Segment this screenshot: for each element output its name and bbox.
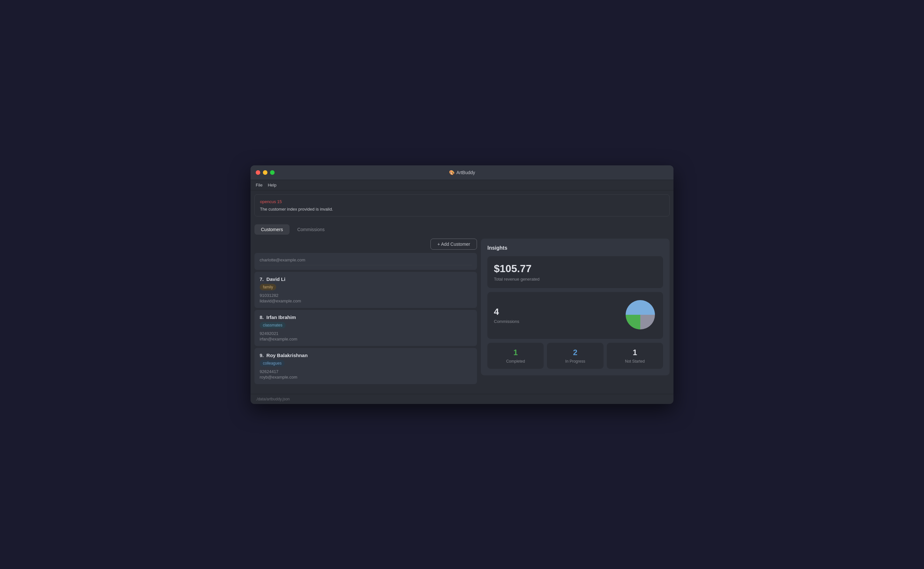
customer-phone-7: 91031282	[259, 293, 472, 298]
tabs: Customers Commissions	[255, 224, 669, 235]
customer-item-8[interactable]: 8. Irfan Ibrahim classmates 92492021 irf…	[255, 310, 477, 346]
commissions-left: 4 Commissions	[494, 307, 519, 324]
customer-item-7[interactable]: 7. David Li family 91031282 lidavid@exam…	[255, 272, 477, 308]
customer-phone-9: 92624417	[259, 369, 472, 374]
customer-email-7: lidavid@example.com	[259, 298, 472, 303]
traffic-lights	[256, 170, 275, 175]
revenue-label: Total revenue generated	[494, 277, 657, 281]
app-icon: 🎨	[449, 170, 455, 175]
customer-email-8: irfan@example.com	[259, 336, 472, 341]
stats-row: 1 Completed 2 In Progress 1 Not Started	[487, 343, 663, 369]
customer-tag-7: family	[259, 284, 276, 291]
stat-in-progress-label: In Progress	[552, 359, 598, 364]
insights-title: Insights	[487, 245, 663, 251]
tab-commissions[interactable]: Commissions	[291, 224, 331, 235]
commissions-count: 4	[494, 307, 519, 317]
stat-completed-value: 1	[493, 348, 539, 357]
customer-tag-8: classmates	[259, 322, 286, 329]
pie-chart-container	[624, 298, 657, 332]
revenue-card: $105.77 Total revenue generated	[487, 256, 663, 288]
menu-help[interactable]: Help	[268, 183, 276, 187]
commissions-label: Commissions	[494, 319, 519, 324]
error-message: The customer index provided is invalid.	[260, 207, 664, 211]
customer-item-prev[interactable]: charlotte@example.com	[255, 253, 477, 270]
maximize-button[interactable]	[270, 170, 275, 175]
add-customer-bar: + Add Customer	[255, 239, 477, 250]
add-customer-button[interactable]: + Add Customer	[431, 239, 477, 250]
insights-panel: Insights $105.77 Total revenue generated…	[481, 239, 669, 375]
revenue-amount: $105.77	[494, 263, 657, 275]
stat-completed: 1 Completed	[487, 343, 544, 369]
statusbar: ./data/artbuddy.json	[250, 394, 674, 404]
customer-list-scroll[interactable]: charlotte@example.com 7. David Li family…	[255, 253, 477, 386]
stat-in-progress-value: 2	[552, 348, 598, 357]
prev-customer-email: charlotte@example.com	[259, 257, 472, 265]
error-banner: opencus 15 The customer index provided i…	[255, 194, 669, 216]
customer-tag-9: colleagues	[259, 360, 285, 367]
customer-email-9: royb@example.com	[259, 375, 472, 380]
minimize-button[interactable]	[263, 170, 267, 175]
main-window: 🎨 ArtBuddy File Help opencus 15 The cust…	[250, 165, 674, 404]
customer-phone-8: 92492021	[259, 331, 472, 336]
customer-name-9: 9. Roy Balakrishnan	[259, 353, 472, 358]
main-content: Customers Commissions + Add Customer cha…	[250, 221, 674, 390]
customer-name-8: 8. Irfan Ibrahim	[259, 315, 472, 320]
stat-not-started-value: 1	[612, 348, 658, 357]
statusbar-path: ./data/artbuddy.json	[256, 397, 290, 402]
commissions-card: 4 Commissions	[487, 292, 663, 339]
menu-file[interactable]: File	[256, 183, 262, 187]
customer-name-7: 7. David Li	[259, 276, 472, 282]
pie-chart	[624, 298, 657, 331]
tab-customers[interactable]: Customers	[255, 224, 290, 235]
menubar: File Help	[250, 180, 674, 190]
stat-in-progress: 2 In Progress	[547, 343, 603, 369]
window-title: 🎨 ArtBuddy	[449, 170, 475, 175]
close-button[interactable]	[256, 170, 260, 175]
customers-panel: + Add Customer charlotte@example.com 7. …	[255, 239, 477, 386]
error-tag: opencus 15	[260, 199, 664, 204]
customer-item-9[interactable]: 9. Roy Balakrishnan colleagues 92624417 …	[255, 348, 477, 384]
content-grid: + Add Customer charlotte@example.com 7. …	[255, 239, 669, 386]
stat-not-started-label: Not Started	[612, 359, 658, 364]
stat-not-started: 1 Not Started	[607, 343, 663, 369]
stat-completed-label: Completed	[493, 359, 539, 364]
titlebar: 🎨 ArtBuddy	[250, 165, 674, 180]
